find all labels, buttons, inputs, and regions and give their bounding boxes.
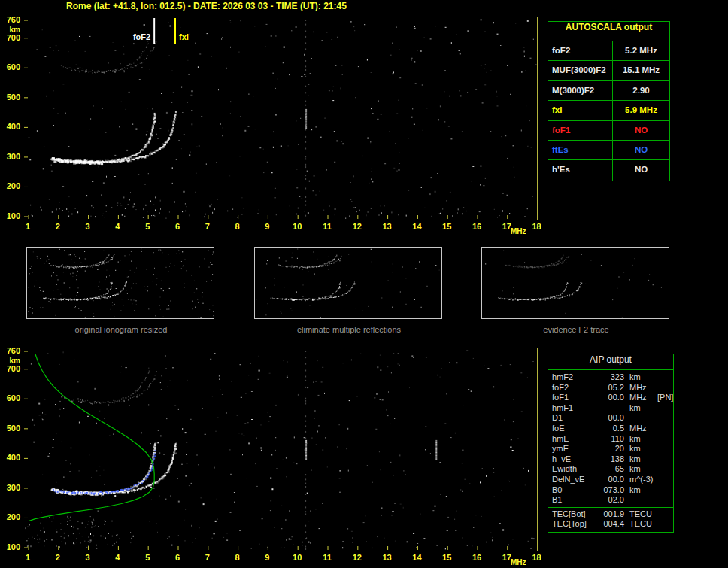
aip-cell-l: foF2 [552, 383, 596, 393]
y-tick-label: 400 [1, 122, 20, 131]
aip-cell-l: B0 [552, 485, 596, 496]
autoscala-row-label: fxI [548, 101, 613, 120]
aip-cell-n [657, 403, 673, 414]
aip-cell-u: km [624, 403, 657, 414]
thumbnail-f2-trace: evidence F2 trace [481, 247, 671, 334]
x-tick-label: 11 [318, 553, 336, 562]
x-tick-label: 17 [498, 553, 516, 562]
x-tick-label: 15 [438, 553, 456, 562]
aip-row: foF205.2MHz [548, 383, 673, 393]
x-tick-label: 11 [318, 222, 336, 231]
thumbnail-multiple-reflections-caption: eliminate multiple reflections [254, 325, 444, 334]
autoscala-row-value: 5.9 MHz [613, 101, 669, 120]
aip-row: TEC[Top]004.4TECU [548, 519, 673, 530]
ionogram-top-canvas: foF2fxI [23, 17, 537, 220]
y-tick-label: 300 [1, 483, 20, 492]
aip-cell-v: 001.9 [596, 509, 624, 520]
aip-cell-v: 073.0 [596, 485, 624, 496]
x-tick-label: 5 [138, 222, 156, 231]
aip-row: foE0.5MHz [548, 424, 673, 434]
y-tick-label: 700 [1, 364, 20, 373]
aip-cell-l: D1 [552, 413, 596, 424]
aip-cell-u [624, 413, 657, 424]
x-tick-label: 18 [528, 222, 546, 231]
ionogram-top-plot: foF2fxI [23, 17, 538, 220]
autoscala-row-value: NO [613, 160, 669, 180]
aip-cell-l: foF1 [552, 393, 596, 403]
aip-cell-n [657, 413, 673, 424]
svg-text:fxI: fxI [179, 32, 189, 41]
y-tick-label: 760 [1, 15, 20, 24]
x-tick-label: 7 [199, 553, 217, 562]
aip-cell-u: MHz [624, 383, 657, 393]
x-tick-label: 4 [108, 222, 126, 231]
aip-cell-l: TEC[Top] [552, 519, 596, 530]
x-tick-label: 16 [468, 222, 486, 231]
aip-cell-l: h_vE [552, 454, 596, 465]
autoscala-row-label: h'Es [548, 160, 613, 180]
x-tick-label: 6 [168, 222, 187, 231]
thumbnail-f2-trace-caption: evidence F2 trace [481, 325, 671, 334]
x-tick-label: 9 [258, 553, 276, 562]
aip-cell-n [657, 519, 673, 530]
y-tick-label: 500 [1, 93, 20, 102]
aip-cell-v: 110 [596, 434, 624, 445]
autoscala-row-value: NO [613, 121, 669, 140]
aip-row: hmE110km [548, 434, 673, 445]
station-date-time-title: Rome (lat: +41.8, lon: 012.5) - DATE: 20… [66, 1, 347, 11]
aip-cell-v: 323 [596, 372, 624, 383]
thumbnail-original-ionogram: original ionogram resized [26, 247, 216, 334]
autoscala-row-label: foF2 [548, 41, 613, 60]
aip-cell-n [657, 434, 673, 445]
aip-cell-u: km [624, 454, 657, 465]
autoscala-row: fxI5.9 MHz [548, 101, 669, 120]
y-tick-label: 700 [1, 33, 20, 42]
aip-row: TEC[Bot]001.9TECU [548, 509, 673, 520]
aip-cell-l: B1 [552, 495, 596, 506]
aip-cell-v: 00.0 [596, 393, 624, 403]
aip-cell-n [657, 383, 673, 393]
y-tick-label: 200 [1, 512, 20, 521]
aip-cell-l: TEC[Bot] [552, 509, 596, 520]
aip-cell-n [657, 372, 673, 383]
aip-row: hmF2323km [548, 372, 673, 383]
y-tick-label: 100 [1, 542, 20, 551]
aip-cell-l: Ewidth [552, 464, 596, 475]
x-tick-label: 2 [49, 553, 67, 562]
aip-cell-n [657, 495, 673, 506]
aip-cell-u: MHz [624, 424, 657, 434]
autoscala-row-value: 5.2 MHz [613, 41, 669, 60]
y-tick-label: 500 [1, 424, 20, 433]
aip-tec-rows: TEC[Bot]001.9TECUTEC[Top]004.4TECU [548, 507, 673, 530]
aip-cell-l: hmF1 [552, 403, 596, 414]
aip-row: hmF1---km [548, 403, 673, 414]
autoscala-row-label: M(3000)F2 [548, 81, 613, 100]
x-tick-label: 9 [258, 222, 276, 231]
x-tick-label: 10 [288, 222, 306, 231]
aip-cell-l: hmE [552, 434, 596, 445]
x-tick-label: 12 [348, 222, 366, 231]
y-tick-label: 600 [1, 393, 20, 402]
x-tick-label: 2 [49, 222, 67, 231]
ionogram-bottom-canvas [23, 348, 537, 551]
aip-cell-n [657, 454, 673, 465]
x-tick-label: 10 [288, 553, 306, 562]
autoscala-row-value: NO [613, 141, 669, 159]
x-tick-label: 8 [229, 553, 247, 562]
aip-table-rows: hmF2323kmfoF205.2MHzfoF100.0MHz[PN]hmF1-… [548, 372, 673, 506]
aip-cell-u [624, 495, 657, 506]
aip-cell-v: 0.5 [596, 424, 624, 434]
aip-row: D100.0 [548, 413, 673, 424]
autoscala-row: foF1NO [548, 121, 669, 141]
thumbnail-original-canvas [26, 247, 214, 319]
autoscala-row: MUF(3000)F215.1 MHz [548, 61, 669, 80]
aip-cell-v: 20 [596, 444, 624, 454]
autoscala-row-label: foF1 [548, 121, 613, 140]
x-tick-label: 3 [79, 222, 97, 231]
aip-cell-v: 004.4 [596, 519, 624, 530]
aip-cell-v: 138 [596, 454, 624, 465]
aip-cell-l: foE [552, 424, 596, 434]
y-tick-label: 100 [1, 211, 20, 220]
aip-cell-n [657, 509, 673, 520]
aip-row: ymE20km [548, 444, 673, 454]
